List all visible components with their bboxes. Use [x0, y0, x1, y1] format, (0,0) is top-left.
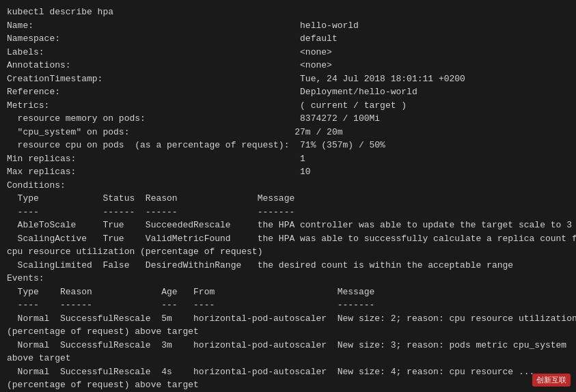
terminal-line: Normal SuccessfulRescale 4s horizontal-p…	[7, 365, 569, 379]
terminal-line: above target	[7, 352, 569, 365]
terminal-line: "cpu_system" on pods: 27m / 20m	[7, 126, 569, 139]
terminal-line: (percentage of request) above target	[7, 325, 569, 339]
terminal-line: Namespace: default	[7, 32, 569, 46]
terminal-line: resource memory on pods: 8374272 / 100Mi	[7, 112, 569, 126]
terminal-line: (percentage of request) above target	[7, 378, 569, 392]
watermark: 创新互联	[532, 374, 571, 387]
terminal-line: Min replicas: 1	[7, 152, 569, 166]
terminal-line: cpu resource utilization (percentage of …	[7, 245, 569, 259]
terminal-line: ScalingActive True ValidMetricFound the …	[7, 232, 569, 246]
terminal-line: Annotations: <none>	[7, 59, 569, 72]
terminal-line: ---- ------ --- ---- -------	[7, 298, 569, 312]
terminal-line: Name: hello-world	[7, 19, 569, 33]
terminal-line: Normal SuccessfulRescale 3m horizontal-p…	[7, 339, 569, 352]
terminal-line: AbleToScale True SucceededRescale the HP…	[7, 219, 569, 232]
terminal-line: Reference: Deployment/hello-world	[7, 85, 569, 99]
terminal-line: Max replicas: 10	[7, 165, 569, 179]
terminal-line: Labels: <none>	[7, 46, 569, 59]
terminal-line: CreationTimestamp: Tue, 24 Jul 2018 18:0…	[7, 72, 569, 86]
terminal-line: ---- ------ ------ -------	[7, 206, 569, 219]
terminal: kubectl describe hpaName: hello-worldNam…	[0, 0, 576, 392]
terminal-line: Type Status Reason Message	[7, 192, 569, 206]
terminal-line: resource cpu on pods (as a percentage of…	[7, 139, 569, 152]
terminal-line: Normal SuccessfulRescale 5m horizontal-p…	[7, 312, 569, 326]
terminal-line: ScalingLimited False DesiredWithinRange …	[7, 259, 569, 272]
terminal-line: Metrics: ( current / target )	[7, 99, 569, 113]
terminal-line: Conditions:	[7, 179, 569, 193]
terminal-line: Type Reason Age From Message	[7, 285, 569, 299]
terminal-line: Events:	[7, 272, 569, 285]
terminal-line: kubectl describe hpa	[7, 5, 569, 19]
